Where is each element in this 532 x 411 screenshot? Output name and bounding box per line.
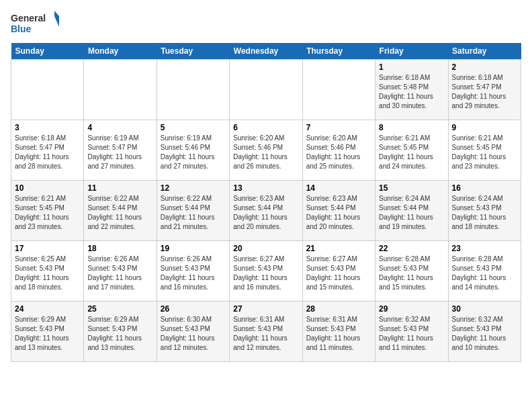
day-info: Sunrise: 6:27 AM Sunset: 5:43 PM Dayligh… — [233, 255, 298, 292]
day-number: 23 — [452, 244, 517, 253]
weekday-header-friday: Friday — [375, 43, 448, 60]
logo-icon: General Blue — [11, 11, 64, 35]
day-info: Sunrise: 6:19 AM Sunset: 5:46 PM Dayligh… — [161, 134, 226, 171]
day-info: Sunrise: 6:20 AM Sunset: 5:46 PM Dayligh… — [306, 134, 371, 171]
weekday-header-monday: Monday — [84, 43, 157, 60]
calendar-header: SundayMondayTuesdayWednesdayThursdayFrid… — [11, 43, 521, 60]
calendar-cell: 11Sunrise: 6:22 AM Sunset: 5:44 PM Dayli… — [84, 181, 157, 241]
svg-marker-2 — [54, 11, 59, 16]
day-info: Sunrise: 6:23 AM Sunset: 5:44 PM Dayligh… — [306, 194, 371, 232]
weekday-header-wednesday: Wednesday — [230, 43, 302, 60]
day-number: 8 — [379, 123, 444, 132]
calendar-week-row: 10Sunrise: 6:21 AM Sunset: 5:45 PM Dayli… — [11, 181, 521, 241]
calendar-cell: 15Sunrise: 6:24 AM Sunset: 5:44 PM Dayli… — [375, 181, 448, 241]
svg-text:General: General — [11, 13, 46, 24]
day-info: Sunrise: 6:28 AM Sunset: 5:43 PM Dayligh… — [379, 255, 444, 292]
weekday-header-sunday: Sunday — [11, 43, 84, 60]
day-info: Sunrise: 6:23 AM Sunset: 5:44 PM Dayligh… — [233, 194, 298, 232]
calendar-cell: 2Sunrise: 6:18 AM Sunset: 5:47 PM Daylig… — [448, 60, 521, 120]
calendar-cell: 17Sunrise: 6:25 AM Sunset: 5:43 PM Dayli… — [11, 241, 84, 302]
day-info: Sunrise: 6:21 AM Sunset: 5:45 PM Dayligh… — [15, 194, 80, 232]
weekday-header-tuesday: Tuesday — [157, 43, 229, 60]
calendar-cell: 6Sunrise: 6:20 AM Sunset: 5:46 PM Daylig… — [230, 120, 302, 181]
day-number: 7 — [306, 123, 371, 132]
day-number: 14 — [306, 183, 371, 193]
day-number: 11 — [87, 183, 152, 193]
calendar-cell: 23Sunrise: 6:28 AM Sunset: 5:43 PM Dayli… — [448, 241, 521, 302]
day-info: Sunrise: 6:18 AM Sunset: 5:47 PM Dayligh… — [452, 73, 517, 111]
day-number: 18 — [87, 244, 152, 253]
logo: General Blue — [11, 11, 64, 35]
calendar-cell: 22Sunrise: 6:28 AM Sunset: 5:43 PM Dayli… — [375, 241, 448, 302]
calendar-cell — [302, 60, 375, 120]
calendar-cell: 27Sunrise: 6:31 AM Sunset: 5:43 PM Dayli… — [230, 302, 302, 362]
weekday-header-row: SundayMondayTuesdayWednesdayThursdayFrid… — [11, 43, 521, 60]
calendar-cell: 25Sunrise: 6:29 AM Sunset: 5:43 PM Dayli… — [84, 302, 157, 362]
page-header: General Blue — [11, 11, 521, 35]
calendar-cell: 10Sunrise: 6:21 AM Sunset: 5:45 PM Dayli… — [11, 181, 84, 241]
calendar-cell — [84, 60, 157, 120]
day-number: 10 — [15, 183, 80, 193]
day-number: 9 — [452, 123, 517, 132]
calendar-table: SundayMondayTuesdayWednesdayThursdayFrid… — [11, 43, 521, 362]
day-number: 3 — [15, 123, 80, 132]
calendar-cell: 28Sunrise: 6:31 AM Sunset: 5:43 PM Dayli… — [302, 302, 375, 362]
calendar-body: 1Sunrise: 6:18 AM Sunset: 5:48 PM Daylig… — [11, 60, 521, 362]
calendar-week-row: 24Sunrise: 6:29 AM Sunset: 5:43 PM Dayli… — [11, 302, 521, 362]
day-number: 30 — [452, 304, 517, 314]
calendar-cell: 20Sunrise: 6:27 AM Sunset: 5:43 PM Dayli… — [230, 241, 302, 302]
day-info: Sunrise: 6:20 AM Sunset: 5:46 PM Dayligh… — [233, 134, 298, 171]
calendar-week-row: 17Sunrise: 6:25 AM Sunset: 5:43 PM Dayli… — [11, 241, 521, 302]
calendar-cell: 13Sunrise: 6:23 AM Sunset: 5:44 PM Dayli… — [230, 181, 302, 241]
calendar-cell: 21Sunrise: 6:27 AM Sunset: 5:43 PM Dayli… — [302, 241, 375, 302]
day-number: 20 — [233, 244, 298, 253]
day-number: 6 — [233, 123, 298, 132]
day-number: 12 — [161, 183, 226, 193]
calendar-cell: 5Sunrise: 6:19 AM Sunset: 5:46 PM Daylig… — [157, 120, 229, 181]
day-info: Sunrise: 6:29 AM Sunset: 5:43 PM Dayligh… — [15, 315, 80, 353]
day-number: 16 — [452, 183, 517, 193]
day-info: Sunrise: 6:24 AM Sunset: 5:43 PM Dayligh… — [452, 194, 517, 232]
calendar-week-row: 1Sunrise: 6:18 AM Sunset: 5:48 PM Daylig… — [11, 60, 521, 120]
day-number: 25 — [87, 304, 152, 314]
calendar-cell: 1Sunrise: 6:18 AM Sunset: 5:48 PM Daylig… — [375, 60, 448, 120]
day-info: Sunrise: 6:32 AM Sunset: 5:43 PM Dayligh… — [379, 315, 444, 353]
day-number: 4 — [87, 123, 152, 132]
calendar-cell: 14Sunrise: 6:23 AM Sunset: 5:44 PM Dayli… — [302, 181, 375, 241]
calendar-cell: 9Sunrise: 6:21 AM Sunset: 5:45 PM Daylig… — [448, 120, 521, 181]
day-number: 22 — [379, 244, 444, 253]
svg-marker-3 — [54, 16, 59, 27]
calendar-cell: 30Sunrise: 6:32 AM Sunset: 5:43 PM Dayli… — [448, 302, 521, 362]
day-number: 24 — [15, 304, 80, 314]
day-number: 19 — [161, 244, 226, 253]
day-info: Sunrise: 6:18 AM Sunset: 5:48 PM Dayligh… — [379, 73, 444, 111]
day-info: Sunrise: 6:18 AM Sunset: 5:47 PM Dayligh… — [15, 134, 80, 171]
day-number: 27 — [233, 304, 298, 314]
day-info: Sunrise: 6:22 AM Sunset: 5:44 PM Dayligh… — [87, 194, 152, 232]
calendar-cell: 26Sunrise: 6:30 AM Sunset: 5:43 PM Dayli… — [157, 302, 229, 362]
day-number: 28 — [306, 304, 371, 314]
day-info: Sunrise: 6:22 AM Sunset: 5:44 PM Dayligh… — [161, 194, 226, 232]
day-info: Sunrise: 6:32 AM Sunset: 5:43 PM Dayligh… — [452, 315, 517, 353]
day-info: Sunrise: 6:21 AM Sunset: 5:45 PM Dayligh… — [452, 134, 517, 171]
day-number: 15 — [379, 183, 444, 193]
weekday-header-thursday: Thursday — [302, 43, 375, 60]
calendar-cell — [230, 60, 302, 120]
calendar-cell: 29Sunrise: 6:32 AM Sunset: 5:43 PM Dayli… — [375, 302, 448, 362]
day-info: Sunrise: 6:24 AM Sunset: 5:44 PM Dayligh… — [379, 194, 444, 232]
calendar-cell: 12Sunrise: 6:22 AM Sunset: 5:44 PM Dayli… — [157, 181, 229, 241]
calendar-cell: 3Sunrise: 6:18 AM Sunset: 5:47 PM Daylig… — [11, 120, 84, 181]
calendar-cell — [157, 60, 229, 120]
day-info: Sunrise: 6:27 AM Sunset: 5:43 PM Dayligh… — [306, 255, 371, 292]
day-number: 2 — [452, 62, 517, 72]
calendar-cell: 24Sunrise: 6:29 AM Sunset: 5:43 PM Dayli… — [11, 302, 84, 362]
day-info: Sunrise: 6:19 AM Sunset: 5:47 PM Dayligh… — [87, 134, 152, 171]
weekday-header-saturday: Saturday — [448, 43, 521, 60]
calendar-cell — [11, 60, 84, 120]
calendar-cell: 4Sunrise: 6:19 AM Sunset: 5:47 PM Daylig… — [84, 120, 157, 181]
calendar-cell: 7Sunrise: 6:20 AM Sunset: 5:46 PM Daylig… — [302, 120, 375, 181]
day-info: Sunrise: 6:31 AM Sunset: 5:43 PM Dayligh… — [233, 315, 298, 353]
day-number: 21 — [306, 244, 371, 253]
day-info: Sunrise: 6:25 AM Sunset: 5:43 PM Dayligh… — [15, 255, 80, 292]
day-number: 1 — [379, 62, 444, 72]
